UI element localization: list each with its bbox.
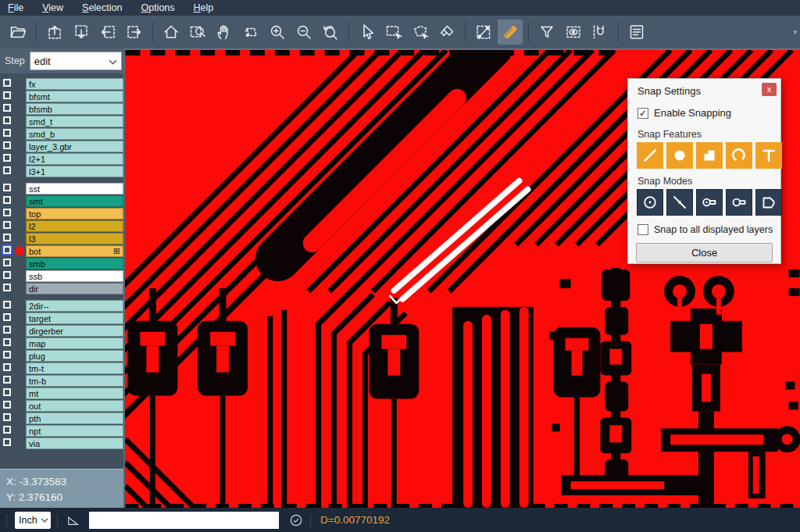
layer-checkbox[interactable] [3, 79, 11, 87]
layer-checkbox[interactable] [3, 351, 11, 359]
snap-feature-arc-button[interactable] [726, 142, 752, 169]
layer-label[interactable]: pth [26, 412, 123, 424]
layer-label[interactable]: map [26, 337, 123, 349]
menu-item[interactable]: Options [141, 2, 174, 13]
layer-row[interactable]: fx [0, 78, 123, 90]
layer-label[interactable]: l3 [26, 233, 123, 245]
all-layers-checkbox[interactable] [638, 224, 648, 235]
layer-label[interactable]: plug [26, 350, 123, 362]
layer-label[interactable]: l3+1 [26, 166, 123, 177]
layer-checkbox[interactable] [3, 129, 11, 137]
layer-label[interactable]: target [26, 312, 123, 324]
layer-row[interactable]: pth [0, 412, 123, 424]
layer-label[interactable]: bfsmt [26, 91, 123, 102]
layer-label[interactable]: mt [26, 387, 123, 399]
layer-checkbox[interactable] [3, 184, 11, 191]
layer-row[interactable]: ssb [0, 270, 123, 282]
drag-view-button[interactable] [238, 20, 263, 45]
layer-checkbox[interactable] [3, 313, 11, 321]
layer-row[interactable]: smd_b [0, 128, 123, 140]
layer-label[interactable]: tm-t [26, 362, 123, 374]
layer-label[interactable]: l2 [26, 220, 123, 232]
layer-label[interactable]: 2dir-- [26, 300, 123, 312]
snap-mode-center-button[interactable] [637, 189, 663, 216]
layer-row[interactable]: smt [0, 195, 123, 207]
dialog-close-button[interactable]: x [762, 83, 777, 96]
layer-row[interactable]: smd_t [0, 116, 123, 127]
layer-row[interactable]: tm-b [0, 375, 123, 387]
layer-label[interactable]: bfsmb [26, 103, 123, 115]
view-window-button[interactable] [561, 20, 586, 45]
layer-checkbox[interactable] [3, 234, 11, 241]
snap-feature-line-button[interactable] [637, 142, 663, 169]
pan-up-button[interactable] [42, 20, 67, 45]
layer-label[interactable]: dir [26, 283, 123, 295]
open-project-button[interactable] [5, 20, 30, 45]
snap-mode-midpoint-button[interactable] [666, 189, 693, 216]
layer-checkbox[interactable] [3, 91, 11, 99]
layer-row[interactable]: l2+1 [0, 153, 123, 165]
layer-row[interactable]: npt [0, 425, 123, 437]
report-list-button[interactable] [624, 20, 649, 45]
layer-checkbox[interactable] [3, 426, 11, 434]
layer-label[interactable]: layer_3.gbr [26, 141, 123, 152]
layer-row[interactable]: target [0, 312, 123, 324]
snap-feature-text-button[interactable] [755, 142, 782, 169]
layer-checkbox[interactable] [3, 221, 11, 229]
layer-label[interactable]: via [26, 437, 123, 449]
zoom-previous-button[interactable] [318, 20, 343, 45]
select-rectangle-button[interactable] [381, 20, 406, 45]
layer-label[interactable]: out [26, 400, 123, 412]
measure-line-button[interactable] [471, 20, 496, 45]
layer-checkbox[interactable] [3, 196, 11, 204]
pan-right-button[interactable] [122, 20, 147, 45]
layer-row[interactable]: mt [0, 387, 123, 399]
layer-checkbox[interactable] [3, 376, 11, 384]
layer-checkbox[interactable] [3, 326, 11, 334]
layer-row[interactable]: l3+1 [0, 166, 123, 177]
layer-row[interactable]: bfsmt [0, 91, 123, 102]
zoom-window-button[interactable] [185, 20, 210, 45]
layer-row[interactable]: via [0, 437, 123, 449]
layer-label[interactable]: top [26, 208, 123, 220]
layer-row[interactable]: bfsmb [0, 103, 123, 115]
pan-left-button[interactable] [95, 20, 120, 45]
zoom-out-button[interactable] [291, 20, 316, 45]
layer-checkbox[interactable] [3, 154, 11, 162]
layer-label[interactable]: tm-b [26, 375, 123, 387]
layer-checkbox[interactable] [3, 259, 11, 266]
layer-row[interactable]: sst [0, 183, 123, 195]
toolbar-overflow-icon[interactable]: ▾ [793, 28, 797, 36]
layer-checkbox[interactable] [3, 116, 11, 124]
layer-row[interactable]: plug [0, 350, 123, 362]
layer-row[interactable]: out [0, 400, 123, 412]
layer-row[interactable]: 2dir-- [0, 300, 123, 312]
enable-snapping-checkbox[interactable]: ✓ [638, 108, 648, 119]
layer-row[interactable]: top [0, 208, 123, 220]
layer-row[interactable]: map [0, 337, 123, 349]
layer-label[interactable]: smt [26, 195, 123, 207]
select-polygon-button[interactable] [408, 20, 433, 45]
menu-item[interactable]: File [8, 2, 23, 13]
layer-checkbox[interactable] [3, 363, 11, 371]
menu-item[interactable]: Help [194, 2, 214, 13]
layer-checkbox[interactable] [3, 271, 11, 279]
measure-input[interactable] [89, 512, 279, 529]
layer-label[interactable]: fx [26, 78, 123, 90]
select-cursor-button[interactable] [355, 20, 380, 45]
layer-label[interactable]: smd_b [26, 128, 123, 140]
layer-row[interactable]: dirgerber [0, 325, 123, 337]
layer-row[interactable]: smb [0, 258, 123, 270]
layer-checkbox[interactable] [3, 338, 11, 346]
measure-ruler-button[interactable] [498, 20, 523, 45]
layer-checkbox[interactable] [3, 388, 11, 396]
pan-hand-button[interactable] [212, 20, 237, 45]
layer-label[interactable]: bot⊞ [26, 245, 123, 257]
apply-check-icon[interactable] [279, 509, 304, 531]
zoom-in-button[interactable] [265, 20, 290, 45]
snap-mode-pad-outline-button[interactable] [726, 189, 752, 216]
layer-label[interactable]: dirgerber [26, 325, 123, 337]
layer-checkbox[interactable] [3, 209, 11, 216]
close-button[interactable]: Close [636, 243, 773, 262]
layer-checkbox[interactable] [3, 246, 11, 254]
